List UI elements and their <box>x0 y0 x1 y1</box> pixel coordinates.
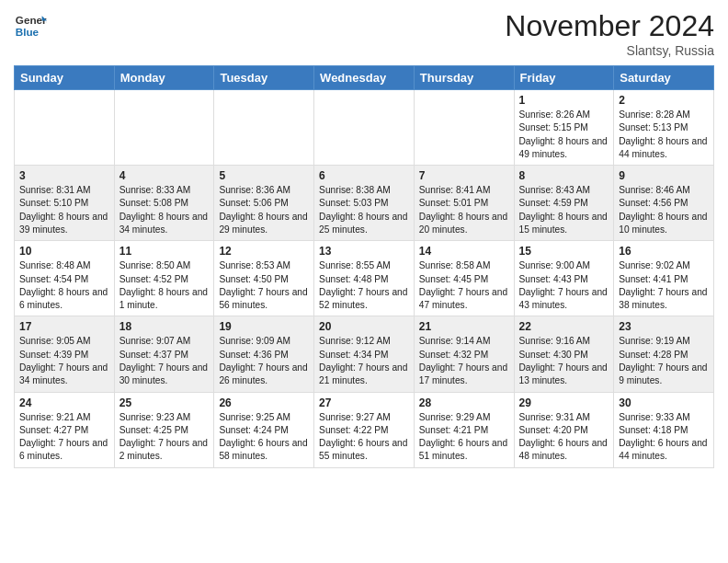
day-info: Sunrise: 9:31 AM Sunset: 4:20 PM Dayligh… <box>519 411 609 464</box>
day-number: 16 <box>619 245 709 258</box>
day-number: 29 <box>519 396 609 409</box>
calendar-cell: 28Sunrise: 9:29 AM Sunset: 4:21 PM Dayli… <box>414 392 514 467</box>
day-info: Sunrise: 9:00 AM Sunset: 4:43 PM Dayligh… <box>519 259 609 312</box>
calendar-cell: 10Sunrise: 8:48 AM Sunset: 4:54 PM Dayli… <box>15 241 115 316</box>
day-number: 5 <box>219 169 309 182</box>
day-info: Sunrise: 9:33 AM Sunset: 4:18 PM Dayligh… <box>619 411 709 464</box>
day-info: Sunrise: 8:28 AM Sunset: 5:13 PM Dayligh… <box>619 109 709 161</box>
calendar-cell: 24Sunrise: 9:21 AM Sunset: 4:27 PM Dayli… <box>15 392 115 467</box>
calendar-cell: 4Sunrise: 8:33 AM Sunset: 5:08 PM Daylig… <box>114 166 214 241</box>
calendar-cell <box>114 90 214 166</box>
page-header: General Blue November 2024 Slantsy, Russ… <box>14 9 714 58</box>
day-number: 19 <box>219 320 309 333</box>
calendar-cell <box>214 90 314 166</box>
weekday-header-monday: Monday <box>114 66 214 90</box>
day-info: Sunrise: 9:07 AM Sunset: 4:37 PM Dayligh… <box>119 335 210 387</box>
weekday-header-sunday: Sunday <box>15 66 115 90</box>
calendar-cell: 12Sunrise: 8:53 AM Sunset: 4:50 PM Dayli… <box>214 241 314 316</box>
calendar-cell: 8Sunrise: 8:43 AM Sunset: 4:59 PM Daylig… <box>514 166 614 241</box>
day-info: Sunrise: 9:19 AM Sunset: 4:28 PM Dayligh… <box>619 335 709 387</box>
day-number: 3 <box>19 169 109 182</box>
day-info: Sunrise: 8:58 AM Sunset: 4:45 PM Dayligh… <box>419 259 509 312</box>
day-info: Sunrise: 8:53 AM Sunset: 4:50 PM Dayligh… <box>219 259 309 312</box>
day-info: Sunrise: 9:09 AM Sunset: 4:36 PM Dayligh… <box>219 335 309 387</box>
calendar-cell: 9Sunrise: 8:46 AM Sunset: 4:56 PM Daylig… <box>614 166 714 241</box>
day-number: 25 <box>119 396 210 409</box>
day-number: 7 <box>419 169 509 182</box>
day-info: Sunrise: 8:33 AM Sunset: 5:08 PM Dayligh… <box>119 184 210 236</box>
calendar-cell: 25Sunrise: 9:23 AM Sunset: 4:25 PM Dayli… <box>114 392 214 467</box>
day-number: 12 <box>219 245 309 258</box>
day-info: Sunrise: 9:21 AM Sunset: 4:27 PM Dayligh… <box>19 411 109 464</box>
calendar-cell: 6Sunrise: 8:38 AM Sunset: 5:03 PM Daylig… <box>314 166 415 241</box>
day-number: 15 <box>519 245 609 258</box>
day-info: Sunrise: 9:02 AM Sunset: 4:41 PM Dayligh… <box>619 259 709 312</box>
day-number: 26 <box>219 396 309 409</box>
calendar-cell: 22Sunrise: 9:16 AM Sunset: 4:30 PM Dayli… <box>514 316 614 392</box>
day-number: 20 <box>319 320 409 333</box>
day-number: 30 <box>619 396 709 409</box>
calendar-cell: 20Sunrise: 9:12 AM Sunset: 4:34 PM Dayli… <box>314 316 415 392</box>
day-info: Sunrise: 9:05 AM Sunset: 4:39 PM Dayligh… <box>19 335 109 387</box>
day-number: 28 <box>419 396 509 409</box>
month-title: November 2024 <box>505 9 714 43</box>
logo: General Blue <box>14 9 47 42</box>
day-number: 6 <box>319 169 409 182</box>
logo-icon: General Blue <box>14 9 47 42</box>
weekday-header-tuesday: Tuesday <box>214 66 314 90</box>
day-info: Sunrise: 8:36 AM Sunset: 5:06 PM Dayligh… <box>219 184 309 236</box>
weekday-header-thursday: Thursday <box>414 66 514 90</box>
day-info: Sunrise: 9:29 AM Sunset: 4:21 PM Dayligh… <box>419 411 509 464</box>
day-number: 2 <box>619 94 709 107</box>
weekday-header-friday: Friday <box>514 66 614 90</box>
calendar-cell: 14Sunrise: 8:58 AM Sunset: 4:45 PM Dayli… <box>414 241 514 316</box>
calendar-cell: 29Sunrise: 9:31 AM Sunset: 4:20 PM Dayli… <box>514 392 614 467</box>
day-info: Sunrise: 8:26 AM Sunset: 5:15 PM Dayligh… <box>519 109 609 161</box>
day-number: 27 <box>319 396 409 409</box>
day-info: Sunrise: 8:38 AM Sunset: 5:03 PM Dayligh… <box>319 184 409 236</box>
weekday-header-saturday: Saturday <box>614 66 714 90</box>
day-info: Sunrise: 8:50 AM Sunset: 4:52 PM Dayligh… <box>119 259 210 312</box>
day-info: Sunrise: 8:41 AM Sunset: 5:01 PM Dayligh… <box>419 184 509 236</box>
calendar-cell: 3Sunrise: 8:31 AM Sunset: 5:10 PM Daylig… <box>15 166 115 241</box>
day-number: 13 <box>319 245 409 258</box>
day-info: Sunrise: 9:12 AM Sunset: 4:34 PM Dayligh… <box>319 335 409 387</box>
calendar-cell: 17Sunrise: 9:05 AM Sunset: 4:39 PM Dayli… <box>15 316 115 392</box>
calendar-cell: 7Sunrise: 8:41 AM Sunset: 5:01 PM Daylig… <box>414 166 514 241</box>
day-number: 8 <box>519 169 609 182</box>
day-number: 23 <box>619 320 709 333</box>
calendar-table: SundayMondayTuesdayWednesdayThursdayFrid… <box>14 65 714 468</box>
calendar-cell: 21Sunrise: 9:14 AM Sunset: 4:32 PM Dayli… <box>414 316 514 392</box>
day-number: 9 <box>619 169 709 182</box>
calendar-cell: 30Sunrise: 9:33 AM Sunset: 4:18 PM Dayli… <box>614 392 714 467</box>
day-info: Sunrise: 9:23 AM Sunset: 4:25 PM Dayligh… <box>119 411 210 464</box>
calendar-cell: 5Sunrise: 8:36 AM Sunset: 5:06 PM Daylig… <box>214 166 314 241</box>
day-number: 10 <box>19 245 109 258</box>
day-number: 21 <box>419 320 509 333</box>
calendar-cell: 19Sunrise: 9:09 AM Sunset: 4:36 PM Dayli… <box>214 316 314 392</box>
day-number: 17 <box>19 320 109 333</box>
calendar-cell <box>414 90 514 166</box>
calendar-cell: 15Sunrise: 9:00 AM Sunset: 4:43 PM Dayli… <box>514 241 614 316</box>
day-number: 18 <box>119 320 210 333</box>
calendar-cell: 11Sunrise: 8:50 AM Sunset: 4:52 PM Dayli… <box>114 241 214 316</box>
day-number: 14 <box>419 245 509 258</box>
day-info: Sunrise: 8:55 AM Sunset: 4:48 PM Dayligh… <box>319 259 409 312</box>
calendar-cell: 1Sunrise: 8:26 AM Sunset: 5:15 PM Daylig… <box>514 90 614 166</box>
calendar-cell <box>314 90 415 166</box>
day-info: Sunrise: 9:27 AM Sunset: 4:22 PM Dayligh… <box>319 411 409 464</box>
day-info: Sunrise: 9:16 AM Sunset: 4:30 PM Dayligh… <box>519 335 609 387</box>
day-info: Sunrise: 8:43 AM Sunset: 4:59 PM Dayligh… <box>519 184 609 236</box>
svg-text:Blue: Blue <box>16 26 40 38</box>
calendar-cell: 27Sunrise: 9:27 AM Sunset: 4:22 PM Dayli… <box>314 392 415 467</box>
calendar-cell: 26Sunrise: 9:25 AM Sunset: 4:24 PM Dayli… <box>214 392 314 467</box>
weekday-header-wednesday: Wednesday <box>314 66 415 90</box>
title-block: November 2024 Slantsy, Russia <box>505 9 714 58</box>
calendar-cell: 16Sunrise: 9:02 AM Sunset: 4:41 PM Dayli… <box>614 241 714 316</box>
calendar-cell: 18Sunrise: 9:07 AM Sunset: 4:37 PM Dayli… <box>114 316 214 392</box>
day-number: 4 <box>119 169 210 182</box>
day-number: 22 <box>519 320 609 333</box>
calendar-cell: 2Sunrise: 8:28 AM Sunset: 5:13 PM Daylig… <box>614 90 714 166</box>
day-info: Sunrise: 9:25 AM Sunset: 4:24 PM Dayligh… <box>219 411 309 464</box>
day-info: Sunrise: 8:48 AM Sunset: 4:54 PM Dayligh… <box>19 259 109 312</box>
